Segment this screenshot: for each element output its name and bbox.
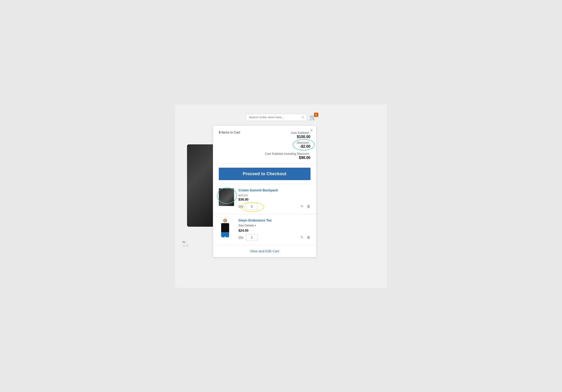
- left-review-area: Me ★★: [182, 241, 189, 248]
- product-1-details: Crown Summit Backpack $38.00 $36.00 Qty:: [239, 188, 311, 210]
- see-details-link[interactable]: See Details ▾: [239, 224, 311, 227]
- backpack-product-image: [219, 188, 234, 206]
- cart-header-row: 3 Items in Cart Cart Subtotal : $100.00: [219, 130, 311, 139]
- tee-legs: [219, 236, 232, 237]
- tee-shorts: [221, 232, 229, 236]
- view-cart-section: View and Edit Cart: [213, 245, 316, 257]
- product-1-image-wrap: [219, 188, 235, 210]
- product-2-name[interactable]: Gwyn Endurance Tee: [239, 219, 311, 222]
- search-input[interactable]: [249, 115, 300, 119]
- items-count: 3: [219, 130, 221, 134]
- search-box[interactable]: ⚲: [246, 114, 307, 121]
- product-1-name[interactable]: Crown Summit Backpack: [239, 188, 311, 192]
- product-1-action-icons: ✎ 🗑: [300, 204, 311, 208]
- star-rating: ★★: [182, 243, 189, 248]
- cart-badge: 3: [314, 113, 318, 117]
- subtotal-section: Cart Subtotal : $100.00: [291, 130, 310, 139]
- discount-value: -$2.00: [297, 144, 311, 149]
- chevron-down-icon: ▾: [255, 224, 256, 227]
- tee-leg-left: [222, 236, 225, 237]
- discount-oval-highlight: Discount : -$2.00: [297, 141, 311, 149]
- product-2-item: Gwyn Endurance Tee See Details ▾ $24.00 …: [213, 214, 316, 245]
- product-2-action-icons: ✎ 🗑: [300, 235, 311, 240]
- subtotal-discount-value: $98.00: [219, 156, 311, 160]
- left-product-area: Me ★★: [180, 126, 213, 257]
- subtotal-value: $100.00: [291, 135, 310, 139]
- product-2-details: Gwyn Endurance Tee See Details ▾ $24.00 …: [239, 219, 311, 241]
- review-label: Me: [182, 241, 186, 243]
- product-2-qty-input[interactable]: [246, 234, 258, 241]
- product-1-delete-icon[interactable]: 🗑: [307, 204, 311, 208]
- tee-leg-right: [226, 236, 229, 237]
- product-2-edit-icon[interactable]: ✎: [300, 235, 304, 240]
- cart-icon-button[interactable]: 🛒 3: [309, 114, 316, 121]
- page-wrapper: ⚲ 🛒 3 Me ★★ × 3 Items in: [175, 104, 387, 288]
- product-2-qty-label: Qty:: [239, 236, 244, 239]
- qty-oval-highlight: [246, 203, 258, 210]
- subtotal-label: Cart Subtotal :: [291, 131, 310, 135]
- product-list: Crown Summit Backpack $38.00 $36.00 Qty:: [213, 184, 316, 245]
- product-1-sale-price: $36.00: [239, 197, 311, 201]
- background-backpack-image: [187, 144, 213, 227]
- product-2-qty-row: Qty:: [239, 234, 258, 241]
- product-2-image-wrap: [219, 219, 235, 241]
- product-2-delete-icon[interactable]: 🗑: [307, 235, 311, 240]
- product-1-edit-icon[interactable]: ✎: [300, 204, 304, 208]
- subtotal-discount-label: Cart Subtotal Including Discount :: [265, 152, 311, 155]
- items-in-cart-label: 3 Items in Cart: [219, 130, 240, 134]
- product-1-qty-actions-row: Qty: ✎ 🗑: [239, 203, 311, 210]
- see-details-label: See Details: [239, 224, 254, 227]
- header-bar: ⚲ 🛒 3: [246, 114, 316, 121]
- product-1-qty-label: Qty:: [239, 205, 244, 208]
- tee-body: [221, 223, 229, 232]
- product-1-qty-input[interactable]: [246, 203, 258, 210]
- product-2-qty-actions-row: Qty: ✎ 🗑: [239, 234, 311, 241]
- search-icon: ⚲: [302, 115, 304, 119]
- checkout-section: Proceed to Checkout: [213, 164, 316, 184]
- cart-summary: 3 Items in Cart Cart Subtotal : $100.00 …: [213, 126, 316, 164]
- items-label: Items in Cart: [221, 130, 240, 134]
- subtotal-with-discount-section: Cart Subtotal Including Discount : $98.0…: [219, 151, 311, 160]
- tee-product-image: [219, 219, 232, 237]
- view-edit-cart-link[interactable]: View and Edit Cart: [250, 249, 279, 253]
- checkout-button[interactable]: Proceed to Checkout: [219, 168, 311, 180]
- product-1-original-price: $38.00: [239, 194, 311, 197]
- tee-head: [223, 219, 227, 223]
- cart-dropdown: × 3 Items in Cart Cart Subtotal : $100.0…: [213, 126, 316, 257]
- close-button[interactable]: ×: [310, 128, 313, 132]
- product-1-qty-row: Qty:: [239, 203, 258, 210]
- discount-section: Discount : -$2.00: [219, 141, 311, 149]
- tee-figure: [219, 219, 232, 237]
- product-item: Crown Summit Backpack $38.00 $36.00 Qty:: [213, 184, 316, 214]
- discount-label: Discount :: [297, 141, 311, 144]
- product-2-price: $24.00: [239, 229, 311, 232]
- content-area: Me ★★ × 3 Items in Cart Cart Subtotal : …: [180, 126, 382, 257]
